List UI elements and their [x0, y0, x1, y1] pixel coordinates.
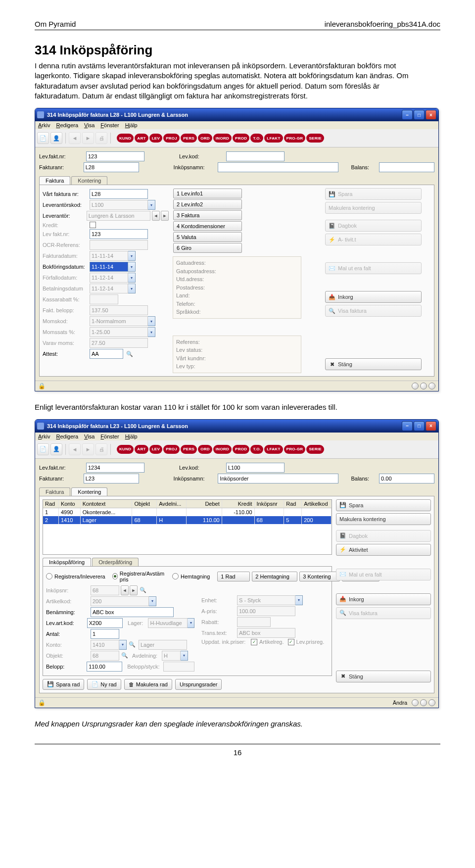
input-benamning[interactable]: ABC box — [91, 607, 174, 617]
tab-faktura[interactable]: Faktura — [39, 176, 70, 185]
chip[interactable]: PROD — [233, 134, 249, 143]
dropdown-icon[interactable]: ▾ — [295, 595, 303, 605]
input-balans[interactable] — [379, 162, 434, 172]
input-leverantorskod[interactable]: L100 — [90, 200, 148, 210]
dropdown-icon[interactable]: ▾ — [149, 596, 156, 606]
tool-new-icon[interactable]: 📄 — [37, 132, 49, 144]
chip[interactable]: PRO-GR — [284, 134, 306, 143]
checkbox-levprisreg[interactable]: ✓Lev.prisreg. — [288, 639, 325, 645]
btn-levinfo2[interactable]: 2 Lev.info2 — [173, 199, 242, 209]
input-artikelkod[interactable]: 200 — [91, 596, 149, 606]
input-avdelning[interactable]: H — [162, 651, 181, 661]
dropdown-icon[interactable]: ▾ — [188, 618, 194, 628]
btn-aktivitet[interactable]: ⚡Aktivitet — [336, 544, 431, 556]
input-fakturanr[interactable]: L28 — [84, 162, 139, 172]
chip[interactable]: LFAKT — [264, 134, 283, 143]
menu-visa[interactable]: Visa — [84, 122, 95, 128]
input-belopp[interactable]: 110.00 — [87, 662, 122, 672]
btn-dagbok[interactable]: 📓Dagbok — [325, 220, 422, 232]
btn-inkorg[interactable]: 📥Inkorg — [336, 593, 431, 605]
tool-print-icon[interactable]: 🖨 — [95, 443, 107, 455]
input-fakturadatum[interactable]: 11-11-14 — [90, 251, 128, 261]
btn-stang[interactable]: ✖Stäng — [336, 671, 431, 682]
input-ocr[interactable] — [90, 240, 148, 250]
search-icon[interactable]: 🔍 — [121, 652, 128, 659]
nav-prev-icon[interactable]: ◄ — [121, 585, 129, 595]
input-inkopsnamn[interactable] — [218, 162, 338, 172]
tool-print-icon[interactable]: 🖨 — [95, 132, 107, 144]
input-rabatt[interactable] — [237, 617, 271, 627]
dropdown-icon[interactable]: ▾ — [181, 651, 188, 661]
table-row[interactable]: 14990Okonterade...-110.00 — [43, 508, 332, 516]
chip[interactable]: INORD — [213, 134, 232, 143]
menu-fonster[interactable]: Fönster — [100, 122, 119, 128]
btn-rad[interactable]: 1 Rad — [217, 572, 250, 581]
input-fakturanr[interactable]: L23 — [84, 474, 139, 483]
chip[interactable]: PROJ — [163, 134, 180, 143]
nav-next-icon[interactable]: ► — [130, 585, 138, 595]
tab-kontering[interactable]: Kontering — [71, 487, 107, 496]
input-antal[interactable]: 1 — [91, 629, 119, 639]
maximize-button[interactable]: □ — [414, 421, 425, 431]
input-momskod[interactable]: 1-Normalmom — [90, 316, 148, 326]
table-row-selected[interactable]: 21410Lager68H110.00685200 — [43, 516, 332, 524]
radio-registrera-inleverera[interactable]: Registrera/Inleverera — [46, 573, 105, 579]
dropdown-icon[interactable]: ▾ — [119, 640, 127, 650]
input-inkopsnr[interactable]: 68 — [91, 585, 119, 595]
dropdown-icon[interactable]: ▾ — [148, 327, 155, 337]
btn-spara-rad[interactable]: 💾Spara rad — [43, 679, 84, 690]
btn-hemtagning[interactable]: 2 Hemtagning — [252, 572, 297, 581]
chip[interactable]: T.O. — [250, 134, 263, 143]
input-attest[interactable]: AA — [90, 349, 123, 359]
input-levartkod[interactable]: X200 — [87, 618, 123, 628]
checkbox-kredit[interactable] — [90, 222, 96, 228]
menu-hjalp[interactable]: Hjälp — [125, 122, 138, 128]
btn-makulera-rad[interactable]: 🗑Makulera rad — [124, 679, 172, 690]
btn-dagbok[interactable]: 📓Dagbok — [336, 530, 431, 542]
btn-kontering[interactable]: 3 Kontering — [299, 572, 340, 581]
search-icon[interactable]: 🔍 — [126, 351, 133, 357]
btn-ny-rad[interactable]: 📄Ny rad — [87, 679, 121, 690]
dropdown-icon[interactable]: ▾ — [128, 251, 136, 261]
btn-kontodim[interactable]: 4 Kontodimensioner — [173, 221, 242, 231]
nav-next-icon[interactable]: ► — [161, 211, 169, 221]
chip[interactable]: LEV — [149, 134, 162, 143]
search-icon[interactable]: 🔍 — [129, 641, 136, 648]
nav-prev-icon[interactable]: ◄ — [152, 211, 160, 221]
input-varavmoms[interactable]: 27.50 — [90, 338, 148, 348]
tab-kontering[interactable]: Kontering — [71, 176, 107, 185]
input-kassarabatt[interactable] — [90, 294, 118, 304]
input-levkod[interactable] — [226, 151, 285, 161]
menu-redigera[interactable]: Redigera — [56, 122, 78, 128]
menu-redigera[interactable]: Redigera — [56, 434, 78, 439]
radio-hemtagning[interactable]: Hemtagning — [172, 573, 210, 579]
input-levfaktnr2[interactable]: 123 — [90, 229, 148, 239]
input-lager[interactable]: H-Huvudlage — [148, 618, 188, 628]
radio-registrera-avstam[interactable]: Registrera/Avstäm pris — [112, 571, 165, 582]
checkbox-artikelreg[interactable]: ✓Artikelreg. — [251, 639, 284, 645]
input-forfallodatum[interactable]: 11-12-14 — [90, 273, 128, 283]
input-bokforingsdatum[interactable]: 11-11-14 — [90, 262, 128, 272]
tab-faktura[interactable]: Faktura — [39, 487, 70, 496]
menu-fonster[interactable]: Fönster — [100, 434, 119, 439]
input-levkod[interactable]: L100 — [226, 463, 285, 473]
subtab-inkopspaforing[interactable]: Inköpspåföring — [43, 558, 91, 566]
btn-visa-faktura[interactable]: 🔍Visa faktura — [336, 607, 431, 619]
btn-visa-faktura[interactable]: 🔍Visa faktura — [325, 305, 422, 317]
btn-malutfalt[interactable]: ✉️Mal ut era falt — [336, 569, 431, 580]
chip[interactable]: SERIE — [306, 134, 324, 143]
tool-user-icon[interactable]: 👤 — [50, 443, 62, 455]
input-transtext[interactable]: ABC box — [237, 628, 295, 638]
chip[interactable]: ORD — [198, 134, 212, 143]
dropdown-icon[interactable]: ▾ — [148, 200, 155, 210]
tool-new-icon[interactable]: 📄 — [37, 443, 49, 455]
btn-malutfalt[interactable]: ✉️Mal ut era falt — [325, 262, 422, 274]
btn-spara[interactable]: 💾Spara — [336, 499, 431, 511]
tool-next-icon[interactable]: ► — [82, 443, 94, 455]
input-inkopsnamn[interactable]: Inköpsorder — [218, 474, 338, 483]
subtab-orderpaforing[interactable]: Orderpåföring — [92, 558, 139, 566]
menu-visa[interactable]: Visa — [84, 434, 95, 439]
close-button[interactable]: × — [426, 110, 436, 120]
btn-inkorg[interactable]: 📥Inkorg — [325, 291, 422, 303]
tool-next-icon[interactable]: ► — [82, 132, 94, 144]
